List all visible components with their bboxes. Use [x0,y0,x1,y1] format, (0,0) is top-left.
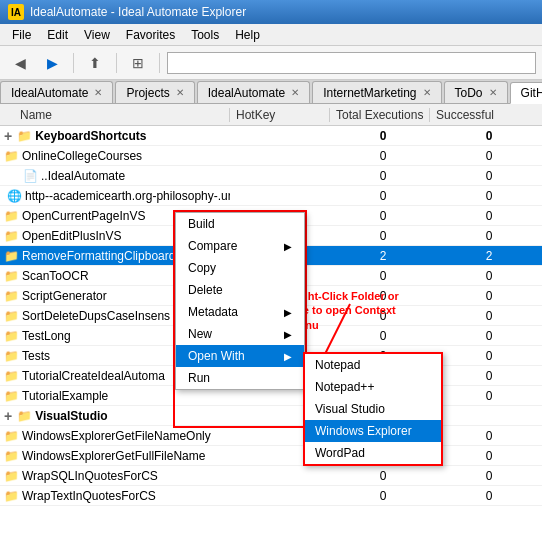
tab-projects[interactable]: Projects ✕ [115,81,194,103]
submenu-notepadpp[interactable]: Notepad++ [305,376,441,398]
tab-internetMarketing[interactable]: InternetMarketing ✕ [312,81,441,103]
toolbar-separator2 [116,53,117,73]
menu-tools[interactable]: Tools [183,26,227,44]
menu-edit[interactable]: Edit [39,26,76,44]
ctx-build[interactable]: Build [176,213,304,235]
main-area: Name HotKey Total Executions Successful … [0,104,542,547]
submenu-notepad[interactable]: Notepad [305,354,441,376]
arrow-icon: ▶ [284,307,292,318]
plus-icon: + [4,128,12,144]
toolbar: ◀ ▶ ⬆ ⊞ [0,46,542,80]
menu-view[interactable]: View [76,26,118,44]
file-icon: 📄 [23,169,38,183]
context-menu[interactable]: Build Compare ▶ Copy Delete Metadata ▶ N… [175,212,305,390]
submenu-wordpad[interactable]: WordPad [305,442,441,464]
folder-icon: 📁 [17,129,32,143]
table-row[interactable]: 📁WindowsExplorerGetFileNameOnly 0 0 [0,426,542,446]
folder-icon: 📁 [4,229,19,243]
folder-icon: 📁 [4,329,19,343]
table-row[interactable]: 📁WrapTextInQuotesForCS 0 0 [0,486,542,506]
folder-icon: 📁 [4,309,19,323]
table-row[interactable]: 📁WindowsExplorerGetFullFileName 0 0 [0,446,542,466]
close-tab-3[interactable]: ✕ [291,87,299,98]
folder-icon: 📁 [4,269,19,283]
close-tab-1[interactable]: ✕ [94,87,102,98]
forward-button[interactable]: ▶ [38,50,66,76]
menu-file[interactable]: File [4,26,39,44]
close-tab-2[interactable]: ✕ [176,87,184,98]
arrow-icon: ▶ [284,241,292,252]
header-name: Name [0,108,230,122]
table-row[interactable]: 🌐http--academicearth.org-philosophy-.url… [0,186,542,206]
file-icon: 🌐 [7,189,22,203]
folder-icon: 📁 [4,349,19,363]
title-bar: IA IdealAutomate - Ideal Automate Explor… [0,0,542,24]
view-button[interactable]: ⊞ [124,50,152,76]
folder-icon: 📁 [4,469,19,483]
address-bar[interactable] [167,52,536,74]
tab-idealAutomate2[interactable]: IdealAutomate ✕ [197,81,310,103]
header-successful: Successful [430,108,542,122]
folder-icon: 📁 [4,389,19,403]
close-tab-5[interactable]: ✕ [489,87,497,98]
toolbar-separator3 [159,53,160,73]
table-row[interactable]: 📄..IdealAutomate 0 0 [0,166,542,186]
folder-icon: 📁 [4,429,19,443]
folder-icon: 📁 [4,449,19,463]
plus-icon: + [4,408,12,424]
ctx-run[interactable]: Run [176,367,304,389]
table-row[interactable]: 📁WrapSQLInQuotesForCS 0 0 [0,466,542,486]
folder-icon: 📁 [4,289,19,303]
close-tab-4[interactable]: ✕ [423,87,431,98]
submenu-open-with[interactable]: Notepad Notepad++ Visual Studio Windows … [303,352,443,466]
table-row[interactable]: +📁KeyboardShortcuts 0 0 [0,126,542,146]
arrow-icon: ▶ [284,351,292,362]
menu-bar: File Edit View Favorites Tools Help [0,24,542,46]
tab-bar: IdealAutomate ✕ Projects ✕ IdealAutomate… [0,80,542,104]
up-button[interactable]: ⬆ [81,50,109,76]
folder-icon: 📁 [4,209,19,223]
back-button[interactable]: ◀ [6,50,34,76]
folder-icon: 📁 [17,409,32,423]
app-icon: IA [8,4,24,20]
arrow-icon: ▶ [284,329,292,340]
table-row[interactable]: +📁VisualStudio [0,406,542,426]
folder-icon: 📁 [4,249,19,263]
tab-todo[interactable]: ToDo ✕ [444,81,508,103]
menu-help[interactable]: Help [227,26,268,44]
toolbar-separator [73,53,74,73]
title-text: IdealAutomate - Ideal Automate Explorer [30,5,246,19]
list-header: Name HotKey Total Executions Successful [0,104,542,126]
ctx-new[interactable]: New ▶ [176,323,304,345]
ctx-copy[interactable]: Copy [176,257,304,279]
ctx-compare[interactable]: Compare ▶ [176,235,304,257]
tab-idealAutomate1[interactable]: IdealAutomate ✕ [0,81,113,103]
ctx-delete[interactable]: Delete [176,279,304,301]
menu-favorites[interactable]: Favorites [118,26,183,44]
ctx-metadata[interactable]: Metadata ▶ [176,301,304,323]
submenu-visual-studio[interactable]: Visual Studio [305,398,441,420]
folder-icon: 📁 [4,149,19,163]
header-hotkey: HotKey [230,108,330,122]
submenu-windows-explorer[interactable]: Windows Explorer [305,420,441,442]
header-executions: Total Executions [330,108,430,122]
table-row[interactable]: 📁OnlineCollegeCourses 0 0 [0,146,542,166]
tab-github[interactable]: GitHub ✕ [510,82,542,104]
ctx-open-with[interactable]: Open With ▶ [176,345,304,367]
folder-icon: 📁 [4,489,19,503]
folder-icon: 📁 [4,369,19,383]
